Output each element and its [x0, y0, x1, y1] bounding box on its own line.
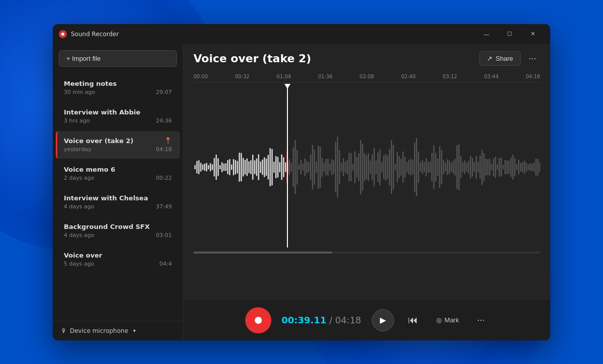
close-button[interactable]: ✕ [521, 26, 544, 42]
svg-rect-43 [277, 157, 278, 178]
svg-rect-36 [264, 157, 265, 177]
svg-rect-108 [403, 151, 404, 183]
svg-rect-128 [441, 150, 442, 184]
svg-rect-123 [431, 153, 432, 182]
svg-rect-103 [393, 145, 394, 189]
recording-list-item[interactable]: Interview with Chelsea 4 days ago 37:49 [56, 188, 180, 216]
svg-rect-39 [269, 148, 270, 186]
svg-rect-47 [285, 162, 286, 172]
rec-name: Background Crowd SFX [64, 223, 172, 230]
svg-rect-178 [537, 158, 538, 175]
skip-back-button[interactable]: ⏮ [404, 310, 422, 330]
device-label: Device microphone [70, 327, 128, 334]
waveform-area[interactable] [193, 87, 540, 248]
svg-rect-172 [526, 163, 527, 172]
svg-rect-71 [331, 159, 332, 175]
rec-time: 2 days ago [64, 175, 94, 181]
svg-rect-140 [464, 160, 465, 174]
svg-rect-106 [398, 156, 399, 178]
svg-rect-151 [485, 158, 486, 175]
svg-rect-31 [254, 160, 255, 174]
rec-time: 30 min ago [64, 89, 95, 95]
svg-rect-28 [248, 161, 249, 173]
svg-rect-29 [250, 160, 251, 174]
right-panel: Voice over (take 2) ↗ Share ··· 00:0000:… [183, 44, 550, 340]
sidebar: + Import file Meeting notes 30 min ago 2… [53, 44, 183, 340]
svg-rect-26 [245, 160, 246, 175]
svg-rect-119 [424, 162, 425, 172]
record-button[interactable] [245, 307, 271, 333]
svg-rect-8 [210, 163, 211, 171]
svg-rect-15 [223, 163, 224, 171]
svg-rect-147 [477, 162, 478, 173]
mark-label: Mark [445, 316, 459, 324]
timeline-mark: 00:00 [193, 74, 208, 79]
minimize-button[interactable]: — [475, 26, 498, 42]
svg-rect-5 [204, 163, 205, 171]
svg-rect-145 [474, 162, 475, 172]
svg-rect-165 [512, 154, 513, 179]
recording-list-item[interactable]: Background Crowd SFX 4 days ago 03:01 [56, 217, 180, 245]
svg-rect-1 [196, 161, 197, 173]
svg-rect-148 [479, 155, 480, 178]
rec-meta: 3 hrs ago 24:36 [64, 117, 172, 124]
svg-rect-61 [312, 145, 313, 189]
rec-name: Voice memo 6 [64, 166, 172, 173]
rec-name: Meeting notes [64, 80, 172, 87]
svg-rect-112 [410, 159, 411, 175]
rec-duration: 00:22 [156, 175, 172, 181]
title-bar-left: Sound Recorder [59, 30, 119, 38]
timeline: 00:0000:3201:0401:3602:0802:4003:1203:44… [193, 71, 540, 83]
svg-rect-122 [430, 162, 431, 173]
svg-rect-162 [507, 160, 508, 174]
svg-rect-115 [416, 138, 417, 196]
maximize-button[interactable]: ☐ [498, 26, 521, 42]
recording-list-item[interactable]: Interview with Abbie 3 hrs ago 24:36 [56, 102, 180, 130]
import-file-button[interactable]: + Import file [59, 50, 177, 67]
svg-rect-100 [387, 155, 388, 179]
svg-rect-44 [279, 162, 280, 172]
svg-rect-125 [435, 153, 436, 181]
svg-rect-90 [368, 153, 369, 181]
timeline-mark: 02:40 [401, 74, 416, 79]
svg-rect-21 [235, 160, 236, 174]
recording-list-item[interactable]: Meeting notes 30 min ago 29:07 [56, 74, 180, 101]
share-button[interactable]: ↗ Share [479, 51, 521, 66]
device-bar[interactable]: 🎙 Device microphone ▾ [53, 321, 183, 340]
recording-list-item[interactable]: Voice over 5 days ago 04:4 [56, 246, 180, 273]
rec-name: Interview with Abbie [64, 108, 172, 116]
svg-rect-68 [326, 159, 327, 175]
recording-list-item[interactable]: Voice over (take 2) 📍 yesterday 04:18 [56, 131, 180, 159]
more-options-button[interactable]: ··· [525, 51, 540, 66]
waveform-container[interactable]: 00:0000:3201:0401:3602:0802:4003:1203:44… [183, 71, 550, 300]
rec-meta: yesterday 04:18 [64, 146, 172, 153]
rec-meta: 2 days ago 00:22 [64, 175, 172, 181]
app-title: Sound Recorder [71, 31, 119, 38]
svg-rect-158 [499, 157, 500, 176]
svg-rect-72 [333, 160, 334, 174]
chevron-down-icon: ▾ [133, 328, 136, 333]
svg-rect-10 [214, 158, 215, 176]
controls-more-button[interactable]: ··· [473, 313, 488, 327]
timeline-mark: 04:18 [526, 74, 540, 79]
svg-rect-56 [303, 163, 304, 170]
recording-list-item[interactable]: Voice memo 6 2 days ago 00:22 [56, 160, 180, 187]
svg-rect-118 [422, 160, 423, 174]
svg-rect-16 [225, 163, 226, 171]
mark-button[interactable]: ◎ Mark [432, 312, 463, 328]
play-button[interactable]: ▶ [372, 309, 394, 331]
svg-rect-51 [292, 147, 293, 187]
svg-rect-58 [306, 161, 307, 174]
share-label: Share [495, 55, 513, 62]
svg-rect-27 [246, 158, 247, 176]
rec-duration: 04:4 [159, 261, 172, 267]
svg-rect-116 [418, 151, 419, 183]
rec-duration: 24:36 [156, 117, 172, 124]
svg-rect-32 [256, 158, 257, 176]
svg-rect-171 [524, 160, 525, 174]
svg-rect-134 [453, 161, 454, 173]
waveform-svg [193, 87, 540, 248]
scroll-track[interactable] [193, 252, 540, 254]
svg-rect-87 [362, 143, 363, 190]
svg-rect-127 [439, 146, 440, 188]
